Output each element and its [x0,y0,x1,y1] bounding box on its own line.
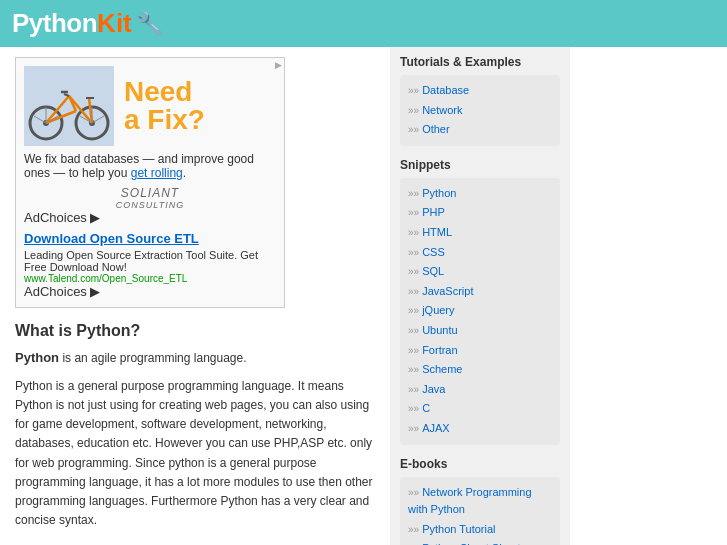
snippet-jquery-link[interactable]: jQuery [408,301,552,321]
ebooks-box: Network Programming with Python Python T… [400,477,560,546]
snippets-box: Python PHP HTML CSS SQL JavaScript jQuer… [400,178,560,445]
download-link[interactable]: Download Open Source ETL [24,231,276,246]
main-content: ▶ [0,47,390,545]
snippet-java-link[interactable]: Java [408,380,552,400]
download-desc: Leading Open Source Extraction Tool Suit… [24,249,276,273]
snippet-php-link[interactable]: PHP [408,203,552,223]
ad-fix-text: a Fix? [124,106,205,134]
snippet-javascript-link[interactable]: JavaScript [408,282,552,302]
ad-text-right: Need a Fix? [124,78,205,134]
snippet-ajax-link[interactable]: AJAX [408,419,552,439]
tutorials-network-link[interactable]: Network [408,101,552,121]
snippets-section: Snippets Python PHP HTML CSS SQL JavaScr… [400,158,560,445]
tutorials-box: Database Network Other [400,75,560,146]
ad-block: ▶ [15,57,285,308]
ad-bike-image [24,66,114,146]
ad-choices: AdChoices ▶ [24,210,276,225]
download-url: www.Talend.com/Open_Source_ETL [24,273,276,284]
logo-python: Python [12,8,97,39]
logo-icon: 🔧 [136,11,163,37]
ebooks-title: E-books [400,457,560,471]
snippet-html-link[interactable]: HTML [408,223,552,243]
tutorials-title: Tutorials & Examples [400,55,560,69]
tutorials-section: Tutorials & Examples Database Network Ot… [400,55,560,146]
tutorials-database-link[interactable]: Database [408,81,552,101]
content-area: ▶ [0,47,727,545]
header: PythonKit🔧 [0,0,727,47]
logo-kit: Kit [97,8,132,39]
ad-body-text: We fix bad databases — and improve good … [24,152,276,180]
ad-brand-sub: CONSULTING [24,200,276,210]
ebooks-section: E-books Network Programming with Python … [400,457,560,546]
sidebar: Tutorials & Examples Database Network Ot… [390,47,570,545]
snippet-fortran-link[interactable]: Fortran [408,341,552,361]
snippet-c-link[interactable]: C [408,399,552,419]
svg-rect-0 [24,66,114,146]
ad-soliant: SOLIANT CONSULTING [24,186,276,210]
tutorials-other-link[interactable]: Other [408,120,552,140]
snippet-css-link[interactable]: CSS [408,243,552,263]
ad-label: ▶ [275,60,282,70]
snippet-ubuntu-link[interactable]: Ubuntu [408,321,552,341]
section1-heading: What is Python? [15,322,375,340]
ebook-cheat-sheet-link[interactable]: Python Cheat Sheet [408,539,552,545]
ebook-python-tutorial-link[interactable]: Python Tutorial [408,520,552,540]
snippets-title: Snippets [400,158,560,172]
snippet-scheme-link[interactable]: Scheme [408,360,552,380]
body-para1: Python is a general purpose programming … [15,377,375,531]
snippet-sql-link[interactable]: SQL [408,262,552,282]
ad-brand-name: SOLIANT [121,186,179,200]
intro-rest: is an agile programming language. [59,351,246,365]
snippet-python-link[interactable]: Python [408,184,552,204]
intro-paragraph: Python is an agile programming language. [15,348,375,369]
ad-image-area: Need a Fix? [24,66,276,146]
ebook-network-python-link[interactable]: Network Programming with Python [408,483,552,520]
intro-bold: Python [15,350,59,365]
ad-need-text: Need [124,78,205,106]
ad-cta-link[interactable]: get rolling [131,166,183,180]
ad-choices-bottom: AdChoices ▶ [24,284,276,299]
